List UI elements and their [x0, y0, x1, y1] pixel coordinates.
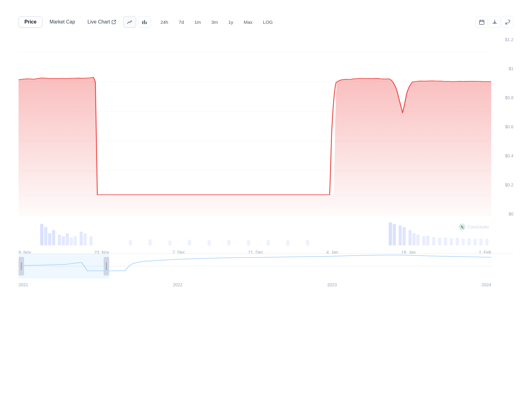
volume-area	[19, 218, 491, 245]
download-icon	[492, 19, 497, 25]
time-btn-1m[interactable]: 1m	[190, 17, 205, 27]
toolbar-actions	[476, 16, 513, 28]
chart-area: $1.2 $1 $0.8 $0.6 $0.4 $0.2 $0	[19, 37, 513, 247]
navigator-labels: 2021 2022 2023 2024	[19, 282, 513, 287]
nav-label-2022: 2022	[173, 282, 182, 287]
svg-rect-39	[422, 236, 425, 245]
svg-rect-46	[462, 239, 465, 245]
chart-container: Price Market Cap Live Chart	[19, 12, 513, 291]
tab-market-cap[interactable]: Market Cap	[44, 16, 81, 28]
y-label-0: $0	[508, 211, 513, 216]
time-btn-7d[interactable]: 7d	[174, 17, 189, 27]
expand-button[interactable]	[502, 16, 513, 28]
svg-rect-27	[227, 240, 230, 245]
svg-rect-30	[286, 240, 290, 245]
svg-rect-49	[479, 238, 483, 245]
svg-rect-23	[148, 239, 152, 245]
svg-rect-10	[40, 224, 43, 245]
coingecko-text: CoinGecko	[467, 224, 489, 229]
svg-rect-19	[79, 232, 83, 245]
svg-rect-24	[168, 241, 171, 245]
svg-rect-43	[444, 237, 447, 245]
nav-label-2021: 2021	[19, 282, 28, 287]
svg-rect-45	[456, 238, 459, 245]
svg-rect-16	[66, 233, 69, 245]
time-btn-3m[interactable]: 3m	[207, 17, 222, 27]
svg-rect-20	[84, 233, 87, 245]
svg-rect-29	[267, 240, 270, 245]
svg-rect-2	[146, 22, 147, 24]
toolbar: Price Market Cap Live Chart	[19, 12, 513, 34]
y-label-0.4: $0.4	[505, 153, 513, 158]
svg-rect-32	[389, 222, 392, 245]
svg-rect-48	[474, 239, 477, 245]
svg-rect-38	[416, 235, 419, 245]
time-btn-24h[interactable]: 24h	[156, 17, 173, 27]
chart-svg	[19, 37, 491, 216]
y-label-0.8: $0.8	[505, 95, 513, 100]
y-axis: $1.2 $1 $0.8 $0.6 $0.4 $0.2 $0	[492, 37, 513, 216]
time-range-buttons: 24h 7d 1m 3m 1y Max LOG	[156, 17, 277, 27]
svg-rect-52	[19, 254, 109, 279]
svg-rect-50	[485, 239, 488, 245]
bar-chart-button[interactable]	[138, 16, 151, 28]
svg-rect-13	[52, 230, 55, 245]
live-chart-label: Live Chart	[88, 19, 110, 25]
nav-label-2023: 2023	[327, 282, 337, 287]
svg-rect-34	[399, 225, 402, 245]
svg-rect-44	[450, 238, 453, 245]
line-chart-icon	[127, 19, 132, 25]
svg-rect-26	[208, 240, 211, 245]
svg-rect-1	[144, 20, 145, 24]
svg-rect-3	[479, 20, 484, 24]
svg-rect-47	[468, 238, 471, 245]
nav-label-2024: 2024	[482, 282, 491, 287]
y-label-0.2: $0.2	[505, 182, 513, 187]
svg-rect-25	[188, 240, 191, 245]
svg-rect-40	[426, 236, 429, 245]
svg-rect-14	[58, 235, 61, 245]
navigator-area: 2021 2022 2023 2024	[19, 254, 513, 291]
time-btn-1y[interactable]: 1y	[224, 17, 238, 27]
line-chart-button[interactable]	[123, 16, 136, 28]
svg-rect-33	[393, 224, 396, 245]
external-link-icon	[112, 20, 116, 24]
svg-rect-37	[412, 233, 415, 245]
svg-rect-0	[142, 21, 143, 24]
time-btn-log[interactable]: LOG	[258, 17, 277, 27]
svg-rect-28	[247, 240, 250, 245]
toolbar-left: Price Market Cap Live Chart	[19, 16, 121, 28]
time-btn-max[interactable]: Max	[239, 17, 257, 27]
coingecko-logo: 🦎	[459, 224, 466, 230]
svg-rect-11	[44, 227, 47, 245]
y-label-0.6: $0.6	[505, 124, 513, 129]
svg-rect-15	[62, 236, 65, 245]
svg-rect-18	[74, 236, 77, 245]
calendar-button[interactable]	[476, 16, 487, 28]
svg-rect-42	[438, 238, 441, 245]
svg-rect-22	[129, 240, 132, 245]
expand-icon	[505, 19, 510, 25]
bar-chart-icon	[142, 19, 147, 25]
chart-main: $1.2 $1 $0.8 $0.6 $0.4 $0.2 $0	[19, 37, 513, 216]
svg-rect-17	[70, 238, 73, 245]
y-label-1: $1	[508, 66, 513, 71]
tab-live-chart[interactable]: Live Chart	[82, 16, 121, 28]
svg-rect-31	[306, 240, 309, 245]
coingecko-watermark: 🦎 CoinGecko	[459, 224, 489, 230]
svg-rect-35	[403, 227, 406, 245]
svg-rect-41	[432, 237, 435, 245]
svg-rect-12	[48, 233, 51, 245]
y-label-1.2: $1.2	[505, 37, 513, 42]
svg-rect-21	[89, 236, 92, 245]
svg-rect-36	[409, 230, 412, 245]
download-button[interactable]	[489, 16, 500, 28]
tab-price[interactable]: Price	[19, 16, 42, 28]
calendar-icon	[479, 19, 484, 25]
